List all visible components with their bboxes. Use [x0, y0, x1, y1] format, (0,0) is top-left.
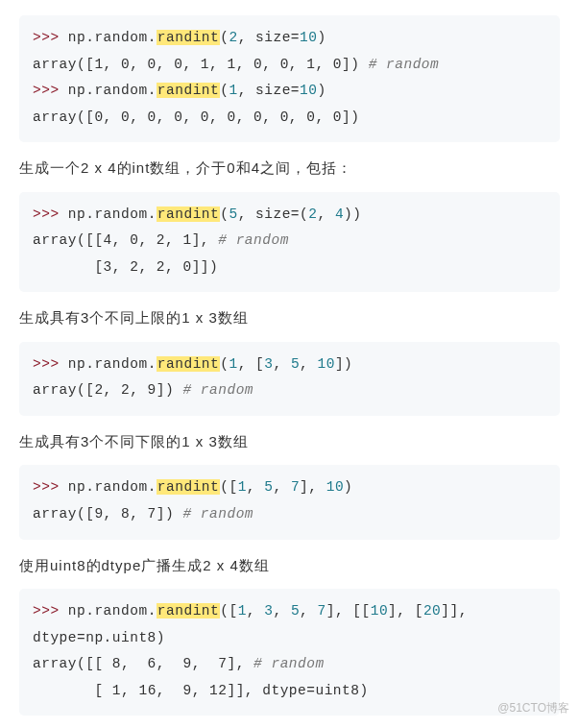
- code-segment: randint: [157, 356, 220, 372]
- code-segment: 1: [229, 83, 237, 98]
- code-segment: , size=(: [238, 206, 309, 222]
- code-segment: >>>: [33, 479, 68, 495]
- code-segment: , [: [238, 356, 265, 372]
- code-segment: randint: [157, 479, 220, 495]
- code-segment: np.random.: [68, 356, 157, 372]
- code-block: >>> np.random.randint([1, 3, 5, 7], [[10…: [19, 589, 560, 716]
- code-segment: # random: [218, 232, 289, 248]
- code-segment: randint: [157, 603, 220, 619]
- code-segment: [3, 2, 2, 0]]): [33, 259, 218, 275]
- code-block: >>> np.random.randint(2, size=10)array([…: [19, 15, 560, 142]
- code-line: array([2, 2, 9]) # random: [33, 377, 546, 404]
- document-root: >>> np.random.randint(2, size=10)array([…: [19, 15, 560, 716]
- code-segment: array([[4, 0, 2, 1],: [33, 232, 218, 248]
- code-segment: ,: [273, 356, 290, 372]
- code-segment: # random: [182, 506, 253, 522]
- code-segment: )): [344, 206, 361, 222]
- code-line: [3, 2, 2, 0]]): [33, 255, 546, 281]
- code-segment: randint: [157, 83, 220, 98]
- paragraph: 生成具有3个不同上限的1 x 3数组: [19, 305, 560, 330]
- code-segment: ): [344, 479, 352, 495]
- code-segment: [ 1, 16, 9, 12]], dtype=uint8): [33, 683, 369, 698]
- code-segment: np.random.: [68, 603, 157, 619]
- code-segment: np.random.: [68, 206, 157, 222]
- code-line: array([9, 8, 7]) # random: [33, 501, 546, 528]
- code-segment: ): [317, 83, 326, 98]
- code-segment: ,: [247, 479, 264, 495]
- code-segment: ], [: [388, 603, 423, 619]
- code-segment: randint: [157, 206, 220, 222]
- code-segment: 10: [326, 479, 344, 495]
- code-segment: 10: [371, 603, 388, 619]
- code-segment: 7: [317, 603, 326, 619]
- code-segment: >>>: [33, 206, 68, 222]
- watermark: @51CTO博客: [497, 700, 569, 716]
- code-segment: array([2, 2, 9]): [33, 382, 182, 398]
- code-segment: # random: [253, 656, 325, 671]
- code-segment: ,: [273, 603, 290, 619]
- code-segment: ): [317, 30, 326, 45]
- code-segment: ([: [220, 603, 237, 619]
- code-block: >>> np.random.randint(5, size=(2, 4))arr…: [19, 192, 560, 293]
- code-segment: 5: [291, 356, 300, 372]
- code-segment: # random: [182, 382, 253, 398]
- paragraph: 生成具有3个不同下限的1 x 3数组: [19, 429, 560, 454]
- code-segment: 7: [291, 479, 300, 495]
- code-line: [ 1, 16, 9, 12]], dtype=uint8): [33, 678, 546, 705]
- paragraph: 生成一个2 x 4的int数组，介于0和4之间，包括：: [19, 156, 560, 181]
- code-segment: array([0, 0, 0, 0, 0, 0, 0, 0, 0, 0]): [33, 109, 359, 125]
- code-segment: 4: [335, 206, 344, 222]
- code-line: array([[ 8, 6, 9, 7], # random: [33, 651, 546, 678]
- code-segment: array([1, 0, 0, 0, 1, 1, 0, 0, 1, 0]): [33, 57, 369, 72]
- code-line: array([[4, 0, 2, 1], # random: [33, 228, 546, 255]
- code-segment: ,: [300, 603, 317, 619]
- code-line: >>> np.random.randint(1, size=10): [33, 78, 546, 105]
- code-segment: >>>: [33, 30, 68, 45]
- code-segment: 1: [229, 356, 237, 372]
- code-segment: np.random.: [68, 479, 157, 495]
- code-segment: , size=: [238, 83, 300, 98]
- code-segment: ,: [317, 206, 334, 222]
- code-line: array([1, 0, 0, 0, 1, 1, 0, 0, 1, 0]) # …: [33, 52, 546, 79]
- code-segment: np.random.: [68, 30, 157, 45]
- paragraph: 使用uint8的dtype广播生成2 x 4数组: [19, 553, 560, 578]
- code-segment: ,: [300, 356, 317, 372]
- code-segment: 20: [423, 603, 441, 619]
- code-segment: randint: [157, 30, 220, 45]
- code-segment: 1: [238, 479, 247, 495]
- code-line: array([0, 0, 0, 0, 0, 0, 0, 0, 0, 0]): [33, 105, 546, 132]
- code-segment: >>>: [33, 356, 68, 372]
- code-block: >>> np.random.randint(1, [3, 5, 10])arra…: [19, 342, 560, 416]
- code-segment: , size=: [238, 30, 300, 45]
- code-line: >>> np.random.randint(2, size=10): [33, 25, 546, 52]
- code-segment: ,: [273, 479, 290, 495]
- code-line: >>> np.random.randint(1, [3, 5, 10]): [33, 352, 546, 378]
- code-segment: 2: [229, 30, 237, 45]
- code-segment: ], [[: [326, 603, 371, 619]
- code-segment: >>>: [33, 603, 68, 619]
- code-segment: 5: [229, 206, 237, 222]
- code-segment: 10: [300, 30, 317, 45]
- code-segment: ,: [247, 603, 264, 619]
- code-line: >>> np.random.randint([1, 5, 7], 10): [33, 474, 546, 501]
- code-segment: >>>: [33, 83, 68, 98]
- code-segment: # random: [369, 57, 440, 72]
- code-segment: ],: [300, 479, 326, 495]
- code-segment: ]): [335, 356, 352, 372]
- code-segment: array([[ 8, 6, 9, 7],: [33, 656, 253, 671]
- code-line: >>> np.random.randint(5, size=(2, 4)): [33, 202, 546, 229]
- code-line: >>> np.random.randint([1, 3, 5, 7], [[10…: [33, 598, 546, 651]
- code-segment: array([9, 8, 7]): [33, 506, 182, 522]
- code-segment: ([: [220, 479, 237, 495]
- code-segment: np.random.: [68, 83, 157, 98]
- code-block: >>> np.random.randint([1, 5, 7], 10)arra…: [19, 465, 560, 539]
- code-segment: 10: [300, 83, 317, 98]
- code-segment: 5: [291, 603, 300, 619]
- code-segment: 1: [238, 603, 247, 619]
- code-segment: 10: [317, 356, 334, 372]
